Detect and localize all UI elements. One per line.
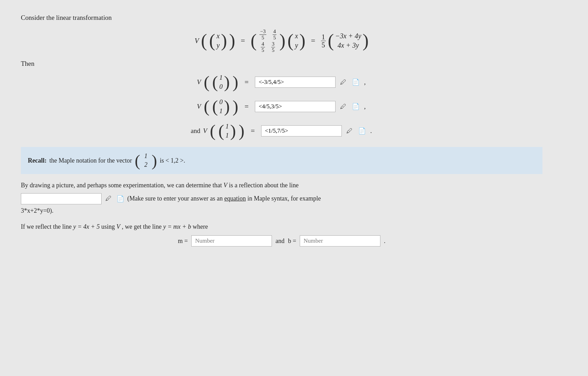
- rhs-vector-wrap: ( x y ): [288, 31, 306, 51]
- v-row-1-vec: 1 0: [218, 72, 224, 92]
- frac-a11: −3 5: [259, 29, 266, 40]
- example-syntax: 3*x+2*y=0).: [21, 207, 542, 214]
- answer-row: m = and b = .: [21, 235, 542, 246]
- recall-text-after: is < 1,2 >.: [160, 157, 185, 164]
- V-symbol: V: [195, 37, 199, 45]
- v-row-1-vec-wrap: ( 1 0 ): [212, 72, 229, 92]
- reflection-para: By drawing a picture, and perhaps some e…: [21, 180, 542, 190]
- reflection-file-icon[interactable]: 📄: [115, 194, 125, 204]
- reflection-line-input-row: 🖊 📄 (Make sure to enter your answer as a…: [21, 193, 542, 204]
- result-top: −3x + 4y: [335, 32, 361, 40]
- matrix-wrap: ( −3 5 4 5 4: [251, 28, 285, 54]
- and-prefix: and: [191, 127, 200, 135]
- v-row-1: V ( ( 1 0 ) ) = 🖊 📄 ,: [21, 72, 542, 92]
- v-row-2-copy-icon[interactable]: 🖊: [338, 102, 348, 111]
- v-row-2-vec-wrap: ( 0 1 ): [212, 97, 229, 116]
- v-row-3-input[interactable]: [261, 125, 342, 136]
- m-input[interactable]: [191, 235, 272, 246]
- intro-text: Consider the linear transformation: [21, 14, 542, 22]
- recall-box: Recall: the Maple notation for the vecto…: [21, 147, 542, 174]
- y-mx-b-label: y = mx + b: [163, 223, 191, 230]
- m-label: m =: [178, 237, 188, 245]
- y-eq-label: y = 4x + 5: [73, 223, 99, 230]
- matrix-2x2: −3 5 4 5 4 5 3: [257, 28, 279, 54]
- vec-x: x: [217, 32, 220, 40]
- reflect-V-symbol: V: [116, 223, 120, 230]
- page-content: Consider the linear transformation V ( (…: [21, 14, 542, 246]
- reflection-line-input[interactable]: [21, 193, 102, 204]
- input-vector-wrap: ( x y ): [209, 31, 227, 51]
- b-input[interactable]: [300, 235, 380, 246]
- result-bottom: 4x + 3y: [338, 41, 359, 49]
- main-formula-expr: V ( ( x y ) ) = ( −3 5: [195, 28, 369, 54]
- frac-a21: 4 5: [261, 41, 265, 53]
- result-vector: −3x + 4y 4x + 3y: [334, 31, 363, 51]
- then-label: Then: [21, 60, 542, 68]
- result-vector-wrap: ( −3x + 4y 4x + 3y ): [328, 31, 369, 51]
- rhs-y: y: [295, 41, 298, 49]
- b-label: b =: [288, 237, 296, 245]
- reflection-copy-icon[interactable]: 🖊: [104, 194, 113, 204]
- v-row-2-vec: 0 1: [218, 97, 224, 116]
- v-row-3-copy-icon[interactable]: 🖊: [345, 126, 354, 136]
- v-row-3: and V ( ( 1 1 ) ) = 🖊 📄 .: [21, 121, 542, 141]
- and-label: and: [275, 237, 284, 245]
- recall-vector: 1 2: [143, 151, 149, 170]
- v-row-1-copy-icon[interactable]: 🖊: [338, 77, 348, 87]
- v-row-3-file-icon[interactable]: 📄: [357, 126, 367, 136]
- v-row-3-vec-wrap: ( 1 1 ): [218, 121, 236, 141]
- rhs-vector: x y: [293, 31, 299, 51]
- v-row-3-vec: 1 1: [224, 121, 231, 141]
- bottom-formula: If we reflect the line y = 4x + 5 using …: [21, 221, 542, 232]
- vec-y: y: [217, 41, 220, 49]
- intro-label: Consider the linear transformation: [21, 14, 112, 21]
- v-row-1-file-icon[interactable]: 📄: [351, 77, 361, 87]
- reflection-V: V: [224, 182, 227, 189]
- main-formula-block: V ( ( x y ) ) = ( −3 5: [21, 28, 542, 54]
- matrix-row-1: −3 5 4 5: [259, 29, 276, 40]
- recall-bold-label: Recall:: [28, 157, 47, 164]
- rhs-x: x: [295, 32, 298, 40]
- frac-a12: 4 5: [273, 29, 277, 40]
- input-vector: x y: [215, 31, 221, 51]
- v-row-1-input[interactable]: [255, 77, 336, 88]
- frac-a22: 3 5: [271, 41, 275, 53]
- recall-text-before: the Maple notation for the vector: [49, 157, 132, 164]
- scalar-frac: 1 5: [321, 33, 326, 49]
- v-row-2: V ( ( 0 1 ) ) = 🖊 📄 ,: [21, 97, 542, 116]
- matrix-row-2: 4 5 3 5: [261, 41, 275, 53]
- equation-link[interactable]: equation: [224, 195, 246, 202]
- v-row-2-input[interactable]: [255, 101, 336, 112]
- v-row-2-file-icon[interactable]: 📄: [351, 102, 361, 111]
